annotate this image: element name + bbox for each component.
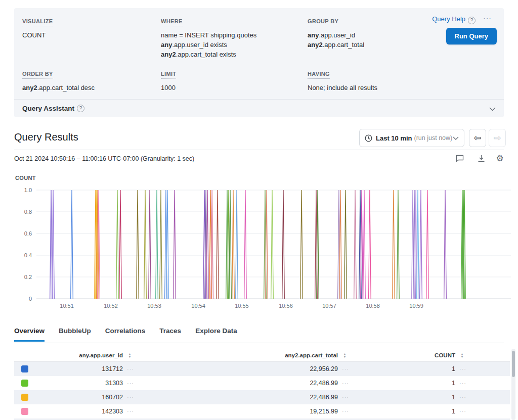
cell-cart-total: 19,215.99 <box>141 408 338 415</box>
row-menu-icon[interactable]: ··· <box>338 380 356 386</box>
row-menu-icon[interactable]: ··· <box>455 394 473 400</box>
sort-icon[interactable]: ▲▼ <box>338 353 347 358</box>
where-section[interactable]: WHERE name = INSERT shipping.quotesany.a… <box>161 16 303 59</box>
results-tabs: OverviewBubbleUpCorrelationsTracesExplor… <box>14 327 237 342</box>
chart-spike <box>160 190 162 299</box>
x-axis-tick: 10:54 <box>191 303 205 309</box>
chart-spike <box>52 190 55 299</box>
order-by-section[interactable]: ORDER BY any2.app.cart_total desc <box>22 69 154 92</box>
chart-spike <box>71 190 73 299</box>
chart-spike <box>282 190 285 299</box>
table-row[interactable]: 31303···22,486.99···1··· <box>14 376 510 390</box>
row-menu-icon[interactable]: ··· <box>123 408 141 414</box>
cell-count: 1 <box>356 394 455 401</box>
run-query-button[interactable]: Run Query <box>446 28 497 44</box>
row-menu-icon[interactable]: ··· <box>123 380 141 386</box>
cell-user-id: 31303 <box>34 380 123 387</box>
row-menu-icon[interactable]: ··· <box>338 408 356 414</box>
chart-spike <box>174 190 176 299</box>
time-range-suffix: (run just now) <box>414 134 453 142</box>
query-clause: any2.app.cart_total <box>308 40 434 50</box>
query-clause: any.app.user_id exists <box>161 40 303 50</box>
having-label: HAVING <box>308 71 330 79</box>
time-range-dropdown[interactable]: Last 10 min (run just now) <box>359 129 464 147</box>
timeseries-chart[interactable]: 00.20.40.60.81.010:5110:5210:5310:5410:5… <box>14 185 512 315</box>
chart-spike <box>156 190 158 299</box>
row-menu-icon[interactable]: ··· <box>455 380 473 386</box>
scrollbar-thumb[interactable] <box>512 351 515 377</box>
series-color-swatch <box>21 380 28 387</box>
query-clause: any2.app.cart_total desc <box>22 83 154 92</box>
col-header-user-id[interactable]: any.app.user_id <box>34 352 123 358</box>
cell-count: 1 <box>356 380 455 387</box>
col-header-count[interactable]: COUNT <box>356 352 455 358</box>
visualize-label: VISUALIZE <box>22 18 53 26</box>
chart-spike <box>271 190 274 299</box>
series-color-swatch <box>21 394 28 401</box>
query-assistant-title: Query Assistant <box>22 105 74 112</box>
sort-icon[interactable]: ▲▼ <box>455 353 464 358</box>
chart-spike <box>344 190 347 299</box>
gear-icon[interactable]: ⚙ <box>495 153 505 163</box>
x-axis-tick: 10:57 <box>322 303 336 309</box>
having-value: None; include all results <box>308 83 439 92</box>
time-range-value: Last 10 min <box>376 134 412 142</box>
table-row[interactable]: 160702···22,486.99···1··· <box>14 390 510 404</box>
visualize-value: COUNT <box>22 30 154 40</box>
tab-correlations[interactable]: Correlations <box>105 327 146 342</box>
row-menu-icon[interactable]: ··· <box>455 366 473 372</box>
chart-spike <box>206 190 209 299</box>
chart-spike <box>393 190 395 299</box>
chart-spike <box>119 190 122 299</box>
group-by-clauses: any.app.user_idany2.app.cart_total <box>308 30 434 50</box>
sort-icon[interactable]: ▲▼ <box>123 353 132 358</box>
x-axis-tick: 10:51 <box>60 303 74 309</box>
chart-title: COUNT <box>15 175 36 181</box>
where-label: WHERE <box>161 18 183 26</box>
where-clauses: name = INSERT shipping.quotesany.app.use… <box>161 30 303 59</box>
group-by-label: GROUP BY <box>308 18 338 26</box>
tab-overview[interactable]: Overview <box>14 327 45 342</box>
chart-spike <box>426 190 429 299</box>
next-query-button[interactable]: ⇨ <box>489 129 506 147</box>
having-section[interactable]: HAVING None; include all results <box>308 69 439 92</box>
table-row[interactable]: 142303···19,215.99···1··· <box>14 404 510 418</box>
cell-count: 1 <box>356 365 455 372</box>
tab-bubbleup[interactable]: BubbleUp <box>59 327 91 342</box>
divider <box>14 150 504 150</box>
chart-spike <box>363 190 366 299</box>
query-clause: any2.app.cart_total exists <box>161 50 303 59</box>
previous-query-button[interactable]: ⇦ <box>469 129 486 147</box>
tab-explore-data[interactable]: Explore Data <box>195 327 237 342</box>
query-assistant-row[interactable]: Query Assistant ? <box>14 99 504 117</box>
more-menu-icon[interactable]: ··· <box>483 14 492 22</box>
group-by-section[interactable]: GROUP BY any.app.user_idany2.app.cart_to… <box>308 16 434 50</box>
cell-count: 1 <box>356 408 455 415</box>
col-header-cart-total[interactable]: any2.app.cart_total <box>141 352 338 358</box>
tab-traces[interactable]: Traces <box>159 327 181 342</box>
query-help-link[interactable]: Query Help? <box>432 15 476 24</box>
row-menu-icon[interactable]: ··· <box>338 366 356 372</box>
row-menu-icon[interactable]: ··· <box>123 366 141 372</box>
row-menu-icon[interactable]: ··· <box>455 408 473 414</box>
chart-spike <box>137 190 139 299</box>
order-by-label: ORDER BY <box>22 71 53 79</box>
table-row[interactable]: 131712···22,956.29···1··· <box>14 362 510 376</box>
chart-spike <box>236 190 238 299</box>
row-menu-icon[interactable]: ··· <box>123 394 141 400</box>
query-help-text: Query Help <box>432 15 465 23</box>
visualize-section[interactable]: VISUALIZE COUNT <box>22 16 154 40</box>
comment-icon[interactable] <box>455 153 465 163</box>
chart-spike <box>369 190 371 299</box>
table-scrollbar[interactable] <box>511 349 515 420</box>
chart-spike <box>229 190 232 299</box>
back-arrow-icon: ⇦ <box>473 132 481 144</box>
chart-spike <box>317 190 319 299</box>
limit-section[interactable]: LIMIT 1000 <box>161 69 303 92</box>
cell-cart-total: 22,956.29 <box>141 365 338 372</box>
chart-spike <box>166 190 169 299</box>
chart-spike <box>417 190 419 299</box>
download-icon[interactable] <box>476 153 486 163</box>
row-menu-icon[interactable]: ··· <box>338 394 356 400</box>
chart-spike <box>266 190 268 299</box>
